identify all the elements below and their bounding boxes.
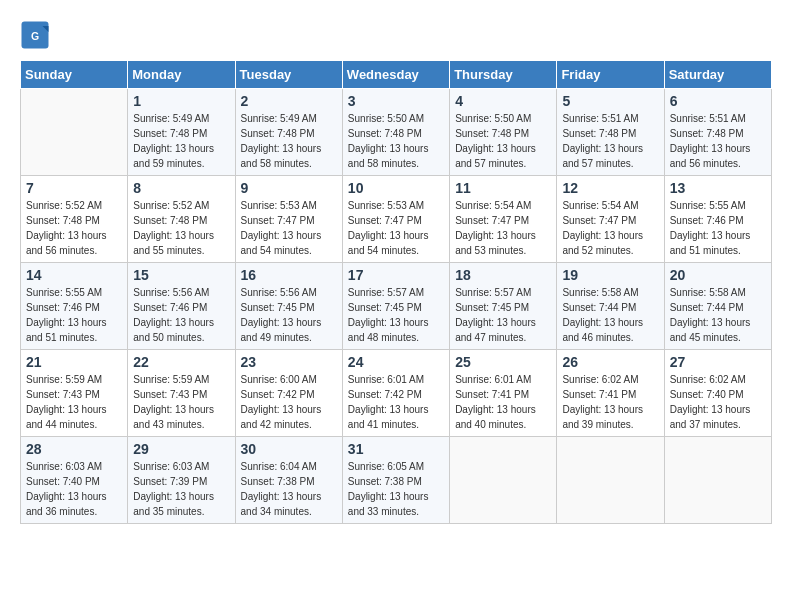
day-info: Sunrise: 5:58 AMSunset: 7:44 PMDaylight:… <box>562 285 658 345</box>
day-number: 7 <box>26 180 122 196</box>
logo-icon: G <box>20 20 50 50</box>
calendar-cell: 19Sunrise: 5:58 AMSunset: 7:44 PMDayligh… <box>557 263 664 350</box>
day-number: 20 <box>670 267 766 283</box>
day-info: Sunrise: 5:53 AMSunset: 7:47 PMDaylight:… <box>241 198 337 258</box>
weekday-header-wednesday: Wednesday <box>342 61 449 89</box>
weekday-header-saturday: Saturday <box>664 61 771 89</box>
calendar-cell: 31Sunrise: 6:05 AMSunset: 7:38 PMDayligh… <box>342 437 449 524</box>
day-info: Sunrise: 5:54 AMSunset: 7:47 PMDaylight:… <box>455 198 551 258</box>
day-number: 4 <box>455 93 551 109</box>
day-info: Sunrise: 6:02 AMSunset: 7:40 PMDaylight:… <box>670 372 766 432</box>
day-number: 15 <box>133 267 229 283</box>
calendar-cell: 12Sunrise: 5:54 AMSunset: 7:47 PMDayligh… <box>557 176 664 263</box>
calendar-cell: 22Sunrise: 5:59 AMSunset: 7:43 PMDayligh… <box>128 350 235 437</box>
calendar-cell: 24Sunrise: 6:01 AMSunset: 7:42 PMDayligh… <box>342 350 449 437</box>
calendar-week-1: 1Sunrise: 5:49 AMSunset: 7:48 PMDaylight… <box>21 89 772 176</box>
day-info: Sunrise: 5:58 AMSunset: 7:44 PMDaylight:… <box>670 285 766 345</box>
day-info: Sunrise: 5:49 AMSunset: 7:48 PMDaylight:… <box>133 111 229 171</box>
day-info: Sunrise: 5:54 AMSunset: 7:47 PMDaylight:… <box>562 198 658 258</box>
calendar-cell <box>557 437 664 524</box>
day-number: 27 <box>670 354 766 370</box>
calendar-cell <box>664 437 771 524</box>
day-number: 5 <box>562 93 658 109</box>
weekday-header-thursday: Thursday <box>450 61 557 89</box>
day-info: Sunrise: 6:01 AMSunset: 7:42 PMDaylight:… <box>348 372 444 432</box>
calendar-cell: 7Sunrise: 5:52 AMSunset: 7:48 PMDaylight… <box>21 176 128 263</box>
day-info: Sunrise: 5:56 AMSunset: 7:46 PMDaylight:… <box>133 285 229 345</box>
day-info: Sunrise: 5:57 AMSunset: 7:45 PMDaylight:… <box>455 285 551 345</box>
day-info: Sunrise: 5:55 AMSunset: 7:46 PMDaylight:… <box>670 198 766 258</box>
calendar-cell: 20Sunrise: 5:58 AMSunset: 7:44 PMDayligh… <box>664 263 771 350</box>
calendar-cell: 27Sunrise: 6:02 AMSunset: 7:40 PMDayligh… <box>664 350 771 437</box>
day-info: Sunrise: 6:03 AMSunset: 7:40 PMDaylight:… <box>26 459 122 519</box>
day-number: 12 <box>562 180 658 196</box>
weekday-header-tuesday: Tuesday <box>235 61 342 89</box>
day-info: Sunrise: 6:05 AMSunset: 7:38 PMDaylight:… <box>348 459 444 519</box>
weekday-header-sunday: Sunday <box>21 61 128 89</box>
day-number: 17 <box>348 267 444 283</box>
day-number: 25 <box>455 354 551 370</box>
day-number: 31 <box>348 441 444 457</box>
calendar-cell <box>450 437 557 524</box>
day-number: 19 <box>562 267 658 283</box>
day-info: Sunrise: 6:02 AMSunset: 7:41 PMDaylight:… <box>562 372 658 432</box>
day-info: Sunrise: 5:57 AMSunset: 7:45 PMDaylight:… <box>348 285 444 345</box>
calendar-cell: 28Sunrise: 6:03 AMSunset: 7:40 PMDayligh… <box>21 437 128 524</box>
day-number: 23 <box>241 354 337 370</box>
day-number: 30 <box>241 441 337 457</box>
calendar-cell: 15Sunrise: 5:56 AMSunset: 7:46 PMDayligh… <box>128 263 235 350</box>
calendar-week-2: 7Sunrise: 5:52 AMSunset: 7:48 PMDaylight… <box>21 176 772 263</box>
day-number: 18 <box>455 267 551 283</box>
calendar-week-3: 14Sunrise: 5:55 AMSunset: 7:46 PMDayligh… <box>21 263 772 350</box>
calendar-cell: 13Sunrise: 5:55 AMSunset: 7:46 PMDayligh… <box>664 176 771 263</box>
day-number: 10 <box>348 180 444 196</box>
day-number: 8 <box>133 180 229 196</box>
calendar-cell: 6Sunrise: 5:51 AMSunset: 7:48 PMDaylight… <box>664 89 771 176</box>
day-info: Sunrise: 5:53 AMSunset: 7:47 PMDaylight:… <box>348 198 444 258</box>
day-info: Sunrise: 5:52 AMSunset: 7:48 PMDaylight:… <box>26 198 122 258</box>
calendar-cell: 17Sunrise: 5:57 AMSunset: 7:45 PMDayligh… <box>342 263 449 350</box>
calendar-cell: 30Sunrise: 6:04 AMSunset: 7:38 PMDayligh… <box>235 437 342 524</box>
calendar-cell: 11Sunrise: 5:54 AMSunset: 7:47 PMDayligh… <box>450 176 557 263</box>
day-number: 1 <box>133 93 229 109</box>
calendar-cell: 10Sunrise: 5:53 AMSunset: 7:47 PMDayligh… <box>342 176 449 263</box>
day-number: 29 <box>133 441 229 457</box>
calendar-cell: 9Sunrise: 5:53 AMSunset: 7:47 PMDaylight… <box>235 176 342 263</box>
day-number: 22 <box>133 354 229 370</box>
day-info: Sunrise: 5:49 AMSunset: 7:48 PMDaylight:… <box>241 111 337 171</box>
day-info: Sunrise: 5:50 AMSunset: 7:48 PMDaylight:… <box>455 111 551 171</box>
calendar-cell: 8Sunrise: 5:52 AMSunset: 7:48 PMDaylight… <box>128 176 235 263</box>
weekday-header-monday: Monday <box>128 61 235 89</box>
calendar-cell: 29Sunrise: 6:03 AMSunset: 7:39 PMDayligh… <box>128 437 235 524</box>
day-number: 9 <box>241 180 337 196</box>
day-info: Sunrise: 5:50 AMSunset: 7:48 PMDaylight:… <box>348 111 444 171</box>
day-number: 24 <box>348 354 444 370</box>
day-number: 3 <box>348 93 444 109</box>
day-number: 28 <box>26 441 122 457</box>
svg-text:G: G <box>31 30 39 42</box>
day-number: 11 <box>455 180 551 196</box>
calendar-cell <box>21 89 128 176</box>
day-number: 2 <box>241 93 337 109</box>
calendar-cell: 16Sunrise: 5:56 AMSunset: 7:45 PMDayligh… <box>235 263 342 350</box>
page-header: G <box>20 20 772 50</box>
day-info: Sunrise: 6:04 AMSunset: 7:38 PMDaylight:… <box>241 459 337 519</box>
calendar-cell: 23Sunrise: 6:00 AMSunset: 7:42 PMDayligh… <box>235 350 342 437</box>
calendar-week-5: 28Sunrise: 6:03 AMSunset: 7:40 PMDayligh… <box>21 437 772 524</box>
calendar-cell: 18Sunrise: 5:57 AMSunset: 7:45 PMDayligh… <box>450 263 557 350</box>
calendar-cell: 21Sunrise: 5:59 AMSunset: 7:43 PMDayligh… <box>21 350 128 437</box>
day-info: Sunrise: 5:51 AMSunset: 7:48 PMDaylight:… <box>562 111 658 171</box>
calendar-table: SundayMondayTuesdayWednesdayThursdayFrid… <box>20 60 772 524</box>
day-number: 16 <box>241 267 337 283</box>
calendar-cell: 14Sunrise: 5:55 AMSunset: 7:46 PMDayligh… <box>21 263 128 350</box>
calendar-week-4: 21Sunrise: 5:59 AMSunset: 7:43 PMDayligh… <box>21 350 772 437</box>
day-info: Sunrise: 5:55 AMSunset: 7:46 PMDaylight:… <box>26 285 122 345</box>
day-info: Sunrise: 5:56 AMSunset: 7:45 PMDaylight:… <box>241 285 337 345</box>
logo: G <box>20 20 54 50</box>
day-info: Sunrise: 5:59 AMSunset: 7:43 PMDaylight:… <box>133 372 229 432</box>
calendar-cell: 5Sunrise: 5:51 AMSunset: 7:48 PMDaylight… <box>557 89 664 176</box>
day-number: 13 <box>670 180 766 196</box>
calendar-cell: 2Sunrise: 5:49 AMSunset: 7:48 PMDaylight… <box>235 89 342 176</box>
calendar-cell: 25Sunrise: 6:01 AMSunset: 7:41 PMDayligh… <box>450 350 557 437</box>
calendar-cell: 1Sunrise: 5:49 AMSunset: 7:48 PMDaylight… <box>128 89 235 176</box>
